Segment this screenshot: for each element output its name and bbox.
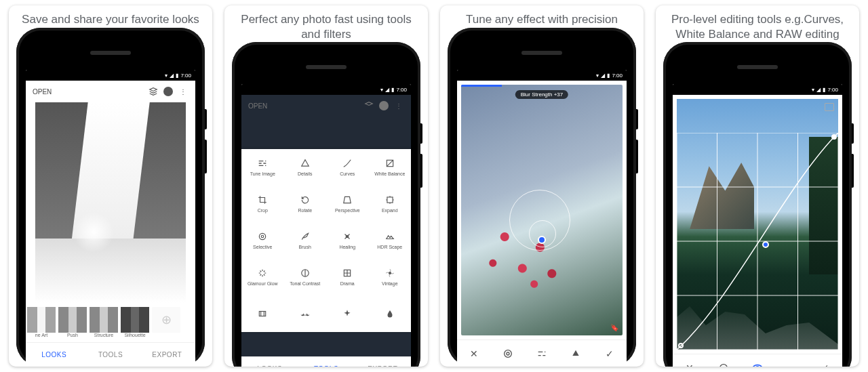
app-bar: OPEN ⋮	[241, 95, 411, 117]
tool-curves[interactable]: Curves	[326, 149, 369, 186]
add-look-button[interactable]: ⊕	[152, 307, 180, 333]
tune-icon	[257, 158, 268, 169]
tool-extra[interactable]	[241, 295, 284, 332]
phone-speaker	[521, 51, 562, 55]
edit-canvas[interactable]: Blur Strength +37 🔖	[461, 85, 623, 335]
tool-white-balance[interactable]: White Balance	[369, 149, 412, 186]
drama-icon	[342, 268, 353, 278]
selective-icon	[257, 231, 268, 242]
phone-frame-3: ▾ ◢ ▮ 7:00 Blur Strength +37 🔖 ✕	[448, 28, 636, 367]
channel-icon[interactable]	[715, 360, 732, 367]
tool-glamour-glow[interactable]: Glamour Glow	[241, 259, 284, 295]
tool-tune-image[interactable]: Tune Image	[241, 149, 284, 186]
info-icon[interactable]	[163, 86, 174, 97]
tab-tools[interactable]: TOOLS	[82, 351, 138, 358]
signal-icon: ◢	[385, 87, 389, 93]
tonal-contrast-icon	[300, 268, 311, 278]
status-bar: ▾ ◢ ▮ 7:00	[457, 70, 627, 81]
open-button[interactable]: OPEN	[33, 88, 52, 96]
status-time: 7:00	[180, 73, 191, 79]
sparkle-icon	[342, 308, 353, 319]
tool-vintage[interactable]: Vintage	[369, 259, 412, 295]
tool-healing[interactable]: Healing	[326, 222, 369, 259]
tab-tools[interactable]: TOOLS	[298, 365, 354, 367]
tab-export[interactable]: EXPORT	[355, 365, 411, 367]
dimmed-backdrop: OPEN ⋮ Tune Image Details Curves White B…	[241, 95, 411, 356]
parameter-chip: Blur Strength +37	[515, 90, 568, 99]
cancel-button[interactable]: ✕	[682, 360, 698, 367]
layers-icon[interactable]	[148, 86, 159, 97]
screen-2: ▾ ◢ ▮ 7:00 OPEN ⋮	[241, 84, 411, 367]
look-thumb[interactable]: Silhouette	[121, 307, 149, 337]
tool-selective[interactable]: Selective	[241, 222, 284, 259]
tab-looks[interactable]: LOOKS	[26, 351, 82, 358]
perspective-icon	[342, 194, 353, 205]
phone-side-button	[205, 140, 207, 173]
tool-drama[interactable]: Drama	[326, 259, 369, 295]
open-button[interactable]: OPEN	[248, 102, 267, 110]
curves-canvas[interactable]	[677, 99, 838, 350]
tool-label: Tune Image	[250, 171, 275, 177]
slide-1-caption: Save and share your favorite looks	[9, 5, 212, 28]
apply-button[interactable]: ✓	[601, 346, 618, 362]
battery-icon: ▮	[391, 87, 394, 93]
tool-crop[interactable]: Crop	[241, 186, 284, 222]
eraser-icon[interactable]	[783, 360, 800, 367]
screen-3: ▾ ◢ ▮ 7:00 Blur Strength +37 🔖 ✕	[457, 70, 627, 367]
mustache-icon	[300, 308, 311, 319]
tool-brush[interactable]: Brush	[284, 222, 327, 259]
status-time: 7:00	[827, 87, 838, 93]
phone-speaker	[737, 65, 778, 69]
glamour-glow-icon	[257, 268, 268, 278]
phone-side-button	[420, 154, 422, 188]
tool-hdr-scape[interactable]: HDR Scape	[369, 222, 412, 259]
compare-icon[interactable]	[825, 103, 834, 111]
tool-perspective[interactable]: Perspective	[326, 186, 369, 222]
look-label: ne Art	[35, 333, 47, 337]
main-photo[interactable]	[35, 102, 186, 303]
curve-endpoint-white[interactable]	[831, 134, 837, 140]
layers-icon[interactable]	[363, 100, 374, 111]
status-time: 7:00	[396, 87, 407, 93]
info-icon[interactable]	[378, 100, 389, 111]
eye-icon[interactable]	[749, 360, 766, 367]
target-icon[interactable]	[500, 346, 516, 362]
phone-frame-1: ▾ ◢ ▮ 7:00 OPEN ⋮	[16, 28, 205, 367]
tab-export[interactable]: EXPORT	[139, 351, 195, 358]
progress-indicator	[461, 85, 502, 87]
tool-extra[interactable]	[369, 295, 412, 332]
look-thumb[interactable]: ne Art	[27, 307, 56, 337]
tab-looks[interactable]: LOOKS	[241, 365, 298, 367]
slide-2-caption: Perfect any photo fast using tools and f…	[224, 5, 428, 42]
slide-3-caption: Tune any effect with precision	[454, 5, 630, 28]
look-thumb[interactable]: Push	[58, 307, 87, 337]
tool-rotate[interactable]: Rotate	[284, 186, 327, 222]
screen-1: ▾ ◢ ▮ 7:00 OPEN ⋮	[26, 70, 195, 367]
cancel-button[interactable]: ✕	[466, 346, 482, 362]
tool-extra[interactable]	[284, 295, 327, 332]
invert-icon[interactable]	[568, 346, 584, 362]
battery-icon: ▮	[607, 73, 610, 79]
apply-button[interactable]: ✓	[817, 360, 833, 367]
curve-control-point[interactable]	[762, 241, 769, 248]
overflow-menu-icon[interactable]: ⋮	[178, 86, 189, 97]
tune-icon[interactable]	[534, 346, 550, 362]
tool-label: Perspective	[335, 208, 360, 213]
look-thumb[interactable]: Structure	[90, 307, 118, 337]
battery-icon: ▮	[823, 87, 825, 93]
battery-icon: ▮	[176, 73, 178, 79]
tool-label: Brush	[299, 245, 311, 250]
curve-endpoint-black[interactable]	[678, 343, 684, 348]
look-label: Structure	[94, 333, 113, 337]
tool-extra[interactable]	[326, 295, 369, 332]
tool-expand[interactable]: Expand	[369, 186, 412, 222]
tool-tonal-contrast[interactable]: Tonal Contrast	[284, 259, 327, 295]
tool-label: Curves	[340, 171, 355, 177]
overflow-menu-icon[interactable]: ⋮	[393, 100, 404, 111]
phone-side-button	[852, 154, 854, 188]
tool-details[interactable]: Details	[284, 149, 327, 186]
tool-label: Glamour Glow	[248, 281, 278, 287]
curves-grid	[677, 133, 838, 350]
control-point[interactable]	[538, 236, 546, 244]
bookmark-icon[interactable]: 🔖	[610, 324, 618, 331]
